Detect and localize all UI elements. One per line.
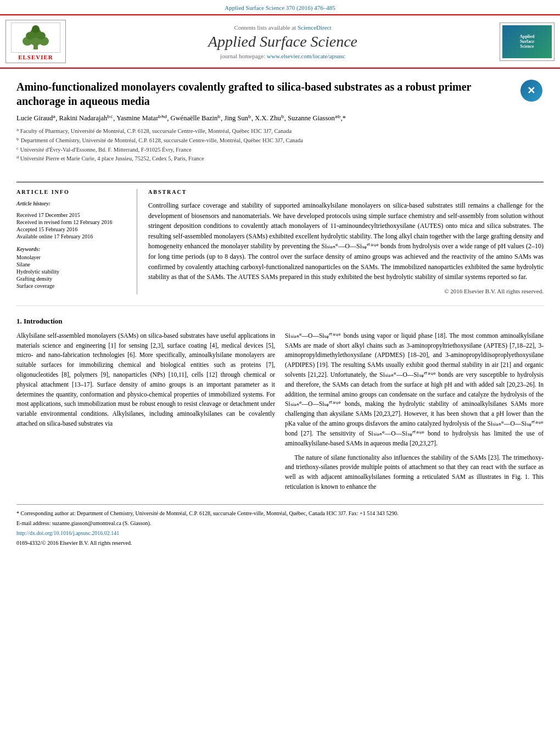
keyword-1: Monolayer	[16, 254, 128, 260]
article-title: Amino-functionalized monolayers covalent…	[16, 80, 511, 108]
section-divider	[16, 305, 544, 306]
doi-link[interactable]: http://dx.doi.org/10.1016/j.apsusc.2016.…	[16, 530, 119, 536]
accepted-date: Accepted 15 February 2016	[16, 226, 128, 232]
affiliation-d: ᵈ Université Pierre et Marie Curie, 4 pl…	[16, 154, 511, 163]
intro-para-3: The nature of silane functionality also …	[285, 453, 544, 492]
contents-link: Contents lists available at ScienceDirec…	[77, 24, 489, 31]
journal-top-bar: Applied Surface Science 370 (2016) 476–4…	[0, 0, 560, 15]
journal-title: Applied Surface Science	[77, 33, 489, 51]
footnote-issn: 0169-4332/© 2016 Elsevier B.V. All right…	[16, 539, 544, 547]
footnote-area: * Corresponding author at: Department of…	[16, 504, 544, 547]
received-revised-date: Received in revised form 12 February 201…	[16, 219, 128, 225]
affiliation-b: ᵇ Department of Chemistry, Université de…	[16, 136, 511, 145]
article-info-label: ARTICLE INFO	[16, 189, 128, 195]
received-date: Received 17 December 2015	[16, 212, 128, 218]
abstract-column: ABSTRACT Controlling surface coverage an…	[148, 189, 544, 294]
journal-logo-image: AppliedSurfaceScience	[502, 25, 552, 58]
article-main: Amino-functionalized monolayers covalent…	[0, 69, 560, 560]
introduction-body: Alkylsilane self-assembled monolayers (S…	[16, 331, 544, 496]
journal-homepage: journal homepage: www.elsevier.com/locat…	[77, 53, 489, 59]
crossmark-badge: ✕	[519, 80, 544, 102]
journal-citation: Applied Surface Science 370 (2016) 476–4…	[225, 4, 335, 11]
elsevier-logo: ELSEVIER	[5, 20, 66, 63]
article-info-column: ARTICLE INFO Article history: Received 1…	[16, 189, 137, 294]
intro-col-right: Siₛᵢₐₙᵉ—O—Siₛᵩʳᶠᵃᶣᵉ bonds using vapor or…	[285, 331, 544, 496]
article-title-section: Amino-functionalized monolayers covalent…	[16, 80, 544, 173]
abstract-label: ABSTRACT	[148, 189, 544, 195]
sciencedirect-link[interactable]: ScienceDirect	[298, 24, 332, 31]
journal-header-center: Contents lists available at ScienceDirec…	[66, 24, 500, 59]
footnote-corresponding: * Corresponding author at: Department of…	[16, 509, 544, 517]
affiliation-c: ᶜ Université d'Évry-Val-d'Essonne, Bd. F…	[16, 146, 511, 154]
intro-para-1: Alkylsilane self-assembled monolayers (S…	[16, 331, 275, 429]
introduction-section: 1. Introduction Alkylsilane self-assembl…	[16, 317, 544, 496]
elsevier-tree-svg	[14, 25, 58, 51]
article-info-abstract: ARTICLE INFO Article history: Received 1…	[16, 182, 544, 294]
section-title: 1. Introduction	[16, 317, 544, 326]
elsevier-logo-image	[11, 23, 60, 53]
article-title-text: Amino-functionalized monolayers covalent…	[16, 80, 511, 168]
article-authors: Lucie Giraudᵃ, Rakini Nadarajahᵇᶜ, Yasmi…	[16, 114, 511, 122]
keywords-section: Keywords: Monolayer Silane Hydrolytic st…	[16, 246, 128, 289]
journal-header: ELSEVIER Contents lists available at Sci…	[0, 15, 560, 69]
keyword-5: Surface coverage	[16, 283, 128, 289]
footnote-doi: http://dx.doi.org/10.1016/j.apsusc.2016.…	[16, 529, 544, 537]
abstract-text: Controlling surface coverage and stabili…	[148, 200, 544, 282]
elsevier-text: ELSEVIER	[18, 54, 53, 60]
copyright-line: © 2016 Elsevier B.V. All rights reserved…	[148, 288, 544, 294]
crossmark-icon: ✕	[520, 80, 542, 102]
journal-logo-right: AppliedSurfaceScience	[500, 23, 555, 61]
svg-point-7	[32, 25, 40, 33]
affiliations: ᵃ Faculty of Pharmacy, Université de Mon…	[16, 127, 511, 163]
keyword-2: Silane	[16, 261, 128, 267]
keyword-3: Hydrolytic stability	[16, 269, 128, 275]
keywords-label: Keywords:	[16, 246, 128, 252]
article-history-label: Article history:	[16, 200, 128, 207]
available-date: Available online 17 February 2016	[16, 233, 128, 239]
footnote-email: E-mail address: suzanne.giasson@umontrea…	[16, 519, 544, 527]
journal-homepage-link[interactable]: www.elsevier.com/locate/apsusc	[267, 53, 345, 59]
intro-para-2: Siₛᵢₐₙᵉ—O—Siₛᵩʳᶠᵃᶣᵉ bonds using vapor or…	[285, 331, 544, 449]
keyword-4: Grafting density	[16, 276, 128, 282]
affiliation-a: ᵃ Faculty of Pharmacy, Université de Mon…	[16, 127, 511, 136]
intro-col-left: Alkylsilane self-assembled monolayers (S…	[16, 331, 275, 496]
